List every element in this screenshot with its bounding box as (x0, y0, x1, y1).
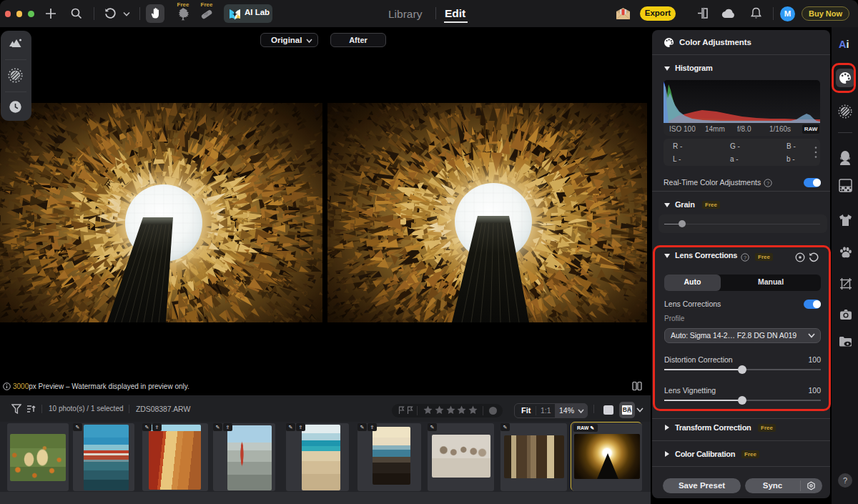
svg-text:?: ? (766, 180, 769, 187)
